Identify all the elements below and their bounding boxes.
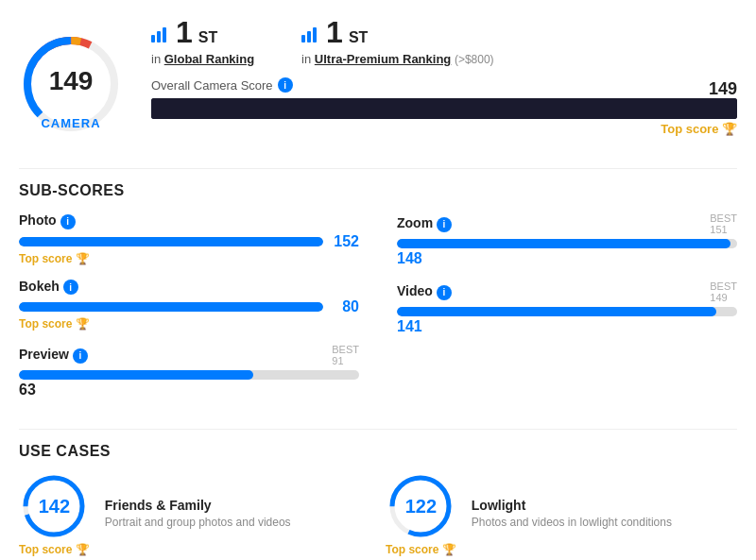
- overall-info-icon[interactable]: i: [278, 77, 293, 93]
- bokeh-bar-row: 80: [19, 298, 359, 315]
- ultra-rank-extra: (>$800): [455, 53, 494, 66]
- sub-score-zoom: Zoom i BEST151 148: [397, 212, 737, 267]
- zoom-bar-row: [397, 239, 737, 248]
- ultra-premium-ranking: 1ST in Ultra-Premium Ranking (>$800): [301, 15, 494, 66]
- bars-icon-ultra: [301, 27, 317, 42]
- video-bar-container: [397, 307, 737, 316]
- video-bar-fill: [397, 307, 716, 316]
- zoom-bar-fill: [397, 239, 730, 248]
- global-ranking-link[interactable]: Global Ranking: [164, 52, 254, 66]
- preview-label: Preview i: [19, 347, 88, 364]
- bokeh-name-row: Bokeh i: [19, 279, 359, 296]
- use-cases-title: USE CASES: [19, 443, 737, 460]
- zoom-name-row: Zoom i BEST151: [397, 212, 737, 235]
- ultra-rank-label: in Ultra-Premium Ranking (>$800): [301, 52, 494, 66]
- bokeh-bar-container: [19, 302, 323, 312]
- video-info-icon[interactable]: i: [437, 285, 452, 300]
- zoom-score: 148: [397, 250, 737, 267]
- use-case-friends-family: 142 Top score 🏆 Friends & Family Portrai…: [19, 473, 370, 556]
- ultra-rank-number: 1: [326, 15, 343, 50]
- use-case-lowlight: 122 Top score 🏆 Lowlight Photos and vide…: [386, 473, 737, 556]
- overall-score-value: 149: [709, 79, 737, 99]
- ultra-premium-ranking-link[interactable]: Ultra-Premium Ranking: [315, 52, 451, 66]
- sub-score-photo: Photo i 152 Top score 🏆: [19, 212, 359, 265]
- use-case-ff-score-col: 142 Top score 🏆: [19, 473, 90, 556]
- use-case-ll-info: Lowlight Photos and videos in lowlight c…: [472, 498, 737, 533]
- global-rank-number: 1: [176, 15, 193, 50]
- photo-label: Photo i: [19, 212, 76, 229]
- sub-scores-title: SUB-SCORES: [19, 182, 737, 199]
- video-name-row: Video i BEST149: [397, 280, 737, 303]
- photo-bar-row: 152: [19, 233, 359, 250]
- preview-best-label: BEST91: [332, 344, 359, 366]
- video-label: Video i: [397, 283, 452, 300]
- ranking-row: 1ST in Global Ranking 1ST in Ultra: [151, 15, 737, 66]
- photo-name-row: Photo i: [19, 212, 359, 229]
- bars-icon-global: [151, 27, 166, 42]
- video-best-label: BEST149: [710, 280, 737, 303]
- use-cases-section: USE CASES 142 Top score 🏆 Friends & Fami…: [19, 443, 737, 556]
- sub-scores-section: SUB-SCORES Photo i 152 Top score 🏆: [19, 182, 737, 412]
- photo-top-score: Top score 🏆: [19, 252, 359, 265]
- sub-scores-grid: Photo i 152 Top score 🏆 Bokeh i: [19, 212, 737, 412]
- ultra-rank-suffix: ST: [349, 29, 368, 46]
- photo-info-icon[interactable]: i: [60, 214, 76, 229]
- use-cases-grid: 142 Top score 🏆 Friends & Family Portrai…: [19, 473, 737, 556]
- overall-label: Overall Camera Score i: [151, 77, 737, 93]
- overall-top-score: Top score 🏆: [151, 122, 737, 136]
- sub-score-preview: Preview i BEST91 63: [19, 344, 359, 399]
- use-case-ff-desc: Portrait and group photos and videos: [105, 516, 370, 529]
- video-bar-row: [397, 307, 737, 316]
- preview-bar-container: [19, 370, 359, 380]
- global-ranking: 1ST in Global Ranking: [151, 15, 254, 66]
- use-case-ll-top-score: Top score 🏆: [386, 543, 456, 556]
- top-section: 149 CAMERA 1ST in Global Ranking: [19, 15, 737, 153]
- video-score: 141: [397, 318, 737, 335]
- rank-top-global: 1ST: [151, 15, 254, 50]
- overall-bar-fill: [151, 98, 737, 119]
- preview-info-icon[interactable]: i: [73, 348, 88, 364]
- use-case-ff-circle: 142: [21, 473, 87, 539]
- sub-scores-left: Photo i 152 Top score 🏆 Bokeh i: [19, 212, 359, 412]
- preview-bar-fill: [19, 370, 253, 380]
- zoom-label: Zoom i: [397, 215, 452, 232]
- bokeh-top-score: Top score 🏆: [19, 317, 359, 331]
- overall-score-row: 149 Top score 🏆: [151, 98, 737, 136]
- bokeh-label: Bokeh i: [19, 279, 78, 296]
- use-case-ll-number: 122: [405, 496, 437, 518]
- use-case-ff-info: Friends & Family Portrait and group phot…: [105, 498, 370, 533]
- bokeh-info-icon[interactable]: i: [63, 280, 78, 295]
- sub-score-video: Video i BEST149 141: [397, 280, 737, 335]
- use-case-ff-number: 142: [39, 496, 70, 518]
- zoom-info-icon[interactable]: i: [437, 217, 452, 232]
- use-case-ll-circle: 122: [387, 473, 454, 539]
- preview-score: 63: [19, 382, 359, 399]
- preview-name-row: Preview i BEST91: [19, 344, 359, 366]
- sub-scores-right: Zoom i BEST151 148 Video i BEST149: [397, 212, 737, 412]
- overall-label-text: Overall Camera Score: [151, 78, 273, 93]
- preview-bar-row: [19, 370, 359, 380]
- sub-score-bokeh: Bokeh i 80 Top score 🏆: [19, 279, 359, 331]
- overall-bar: [151, 98, 737, 119]
- global-rank-label: in Global Ranking: [151, 52, 254, 66]
- use-case-ll-score-col: 122 Top score 🏆: [386, 473, 456, 556]
- gauge-label: CAMERA: [41, 116, 100, 130]
- bokeh-bar-fill: [19, 302, 323, 312]
- use-case-ll-desc: Photos and videos in lowlight conditions: [472, 516, 737, 529]
- use-case-ll-name: Lowlight: [472, 498, 737, 513]
- zoom-best-label: BEST151: [710, 212, 737, 235]
- gauge-score: 149: [49, 66, 94, 96]
- use-case-ff-name: Friends & Family: [105, 498, 370, 513]
- photo-bar-container: [19, 237, 323, 246]
- rankings-overall: 1ST in Global Ranking 1ST in Ultra: [151, 15, 737, 153]
- overall-section: Overall Camera Score i 149 Top score 🏆: [151, 77, 737, 136]
- zoom-bar-container: [397, 239, 737, 248]
- photo-score: 152: [331, 233, 359, 250]
- global-rank-suffix: ST: [198, 29, 217, 46]
- rank-top-ultra: 1ST: [301, 15, 494, 50]
- use-case-ff-top-score: Top score 🏆: [19, 543, 90, 556]
- bokeh-score: 80: [331, 298, 359, 315]
- photo-bar-fill: [19, 237, 323, 246]
- camera-score-gauge: 149 CAMERA: [19, 32, 123, 136]
